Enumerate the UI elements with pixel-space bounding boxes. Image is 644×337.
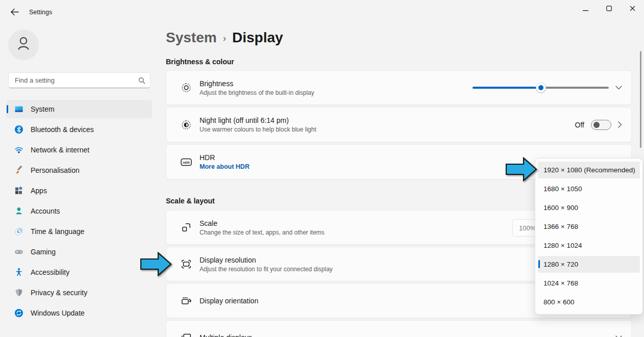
sidebar-item-label: Bluetooth & devices: [31, 125, 94, 134]
resolution-option-1280x1024[interactable]: 1280 × 1024: [538, 237, 640, 254]
sidebar-item-system[interactable]: System: [6, 100, 152, 118]
option-label: 1280 × 1024: [543, 242, 582, 249]
resolution-option-1366x768[interactable]: 1366 × 768: [538, 218, 640, 235]
option-label: 1680 × 1050: [543, 185, 582, 193]
sidebar-item-accounts[interactable]: Accounts: [6, 202, 152, 220]
resolution-option-1680x1050[interactable]: 1680 × 1050: [538, 180, 640, 197]
back-button[interactable]: [7, 6, 22, 20]
maximize-icon: [606, 5, 612, 13]
display-orientation-title: Display orientation: [200, 297, 258, 305]
night-light-title: Night light (off until 6:14 pm): [200, 116, 316, 124]
section-header-scale-layout: Scale & layout: [166, 197, 215, 205]
multiple-displays-title: Multiple displays: [200, 333, 252, 337]
more-about-hdr-link[interactable]: More about HDR: [200, 163, 250, 170]
sidebar-item-gaming[interactable]: Gaming: [6, 243, 152, 261]
sidebar-item-personalisation[interactable]: Personalisation: [6, 161, 152, 179]
brightness-slider-thumb[interactable]: [536, 83, 546, 93]
gamepad-icon: [14, 247, 23, 256]
breadcrumb-parent[interactable]: System: [166, 30, 217, 46]
display-resolution-icon: [181, 258, 192, 270]
option-label: 1024 × 768: [543, 279, 578, 287]
option-label: 1280 × 720: [543, 261, 578, 268]
apps-icon: [14, 186, 23, 195]
night-light-toggle[interactable]: [591, 120, 611, 130]
paintbrush-icon: [14, 166, 23, 175]
night-light-toggle-label: Off: [575, 121, 584, 129]
display-resolution-subtitle: Adjust the resolution to fit your connec…: [200, 266, 333, 273]
scrollbar[interactable]: [640, 51, 641, 148]
resolution-option-1920x1080[interactable]: 1920 × 1080 (Recommended): [538, 162, 640, 178]
accounts-icon: [14, 206, 23, 216]
option-label: 800 × 600: [543, 298, 574, 306]
resolution-option-1280x720[interactable]: 1280 × 720: [538, 256, 640, 273]
close-icon: [630, 5, 635, 13]
resolution-option-800x600[interactable]: 800 × 600: [538, 294, 640, 310]
sidebar-item-label: Accounts: [31, 207, 60, 215]
sidebar-item-network-internet[interactable]: Network & internet: [6, 141, 152, 159]
back-arrow-icon: [10, 8, 19, 17]
sidebar-item-label: Accessibility: [31, 268, 69, 276]
resolution-option-1024x768[interactable]: 1024 × 768: [538, 275, 640, 292]
toggle-knob: [593, 122, 600, 128]
clock-globe-icon: [14, 227, 23, 236]
accessibility-icon: [14, 268, 23, 277]
sidebar-item-label: Time & language: [31, 227, 84, 236]
sidebar-item-label: Apps: [31, 187, 47, 195]
sidebar: System Bluetooth & devices Network & int…: [0, 24, 158, 337]
option-label: 1366 × 768: [543, 223, 578, 230]
sidebar-nav: System Bluetooth & devices Network & int…: [6, 100, 152, 324]
minimize-button[interactable]: [574, 0, 597, 17]
scale-title: Scale: [200, 219, 325, 227]
sidebar-item-time-language[interactable]: Time & language: [6, 222, 152, 241]
scale-select-value: 100%: [519, 224, 536, 232]
titlebar: Settings: [0, 0, 644, 24]
scale-icon: [181, 222, 192, 233]
resolution-option-1600x900[interactable]: 1600 × 900: [538, 199, 640, 216]
option-label: 1920 × 1080 (Recommended): [543, 166, 635, 174]
brightness-subtitle: Adjust the brightness of the built-in di…: [200, 89, 314, 96]
night-light-chevron-right-icon: [618, 121, 622, 128]
page-title: Display: [232, 30, 283, 46]
system-icon: [14, 105, 23, 114]
sidebar-item-apps[interactable]: Apps: [6, 182, 152, 200]
brightness-icon: [181, 82, 192, 93]
hdr-icon: HDR: [181, 157, 192, 168]
shield-icon: [14, 288, 23, 297]
multiple-displays-row: Multiple displays: [166, 320, 632, 337]
brightness-title: Brightness: [200, 80, 314, 88]
minimize-icon: [583, 5, 588, 13]
sidebar-item-label: Network & internet: [31, 146, 89, 154]
scale-subtitle: Change the size of text, apps, and other…: [200, 229, 325, 236]
maximize-button[interactable]: [597, 0, 621, 17]
brightness-expand-button[interactable]: [615, 86, 622, 90]
display-orientation-icon: [181, 295, 192, 306]
svg-text:HDR: HDR: [183, 160, 190, 164]
sidebar-item-label: Windows Update: [31, 309, 85, 317]
avatar: [8, 30, 39, 60]
night-light-icon: [181, 119, 192, 131]
close-button[interactable]: [621, 0, 644, 17]
sidebar-item-label: System: [31, 105, 55, 113]
wifi-icon: [14, 145, 23, 154]
night-light-row[interactable]: Night light (off until 6:14 pm) Use warm…: [166, 107, 632, 142]
sidebar-item-label: Privacy & security: [31, 289, 87, 297]
app-title: Settings: [29, 9, 52, 16]
annotation-arrow-resolution-icon: [139, 251, 174, 277]
settings-window: Settings: [0, 0, 644, 337]
resolution-dropdown: 1920 × 1080 (Recommended) 1680 × 1050 16…: [535, 158, 643, 315]
section-header-brightness-colour: Brightness & colour: [166, 58, 234, 66]
sidebar-item-label: Personalisation: [31, 166, 80, 174]
search-box: [8, 72, 151, 88]
sidebar-item-bluetooth-devices[interactable]: Bluetooth & devices: [6, 120, 152, 139]
sidebar-item-accessibility[interactable]: Accessibility: [6, 263, 152, 281]
search-input[interactable]: [9, 73, 150, 88]
display-resolution-title: Display resolution: [200, 256, 333, 264]
sidebar-item-label: Gaming: [31, 248, 56, 256]
annotation-arrow-dropdown-icon: [504, 156, 539, 183]
night-light-subtitle: Use warmer colours to help block blue li…: [200, 126, 316, 133]
breadcrumb-chevron-icon: ›: [223, 33, 226, 44]
sidebar-item-windows-update[interactable]: Windows Update: [6, 304, 152, 322]
brightness-slider[interactable]: [473, 83, 609, 93]
search-icon: [138, 77, 145, 86]
sidebar-item-privacy-security[interactable]: Privacy & security: [6, 283, 152, 302]
